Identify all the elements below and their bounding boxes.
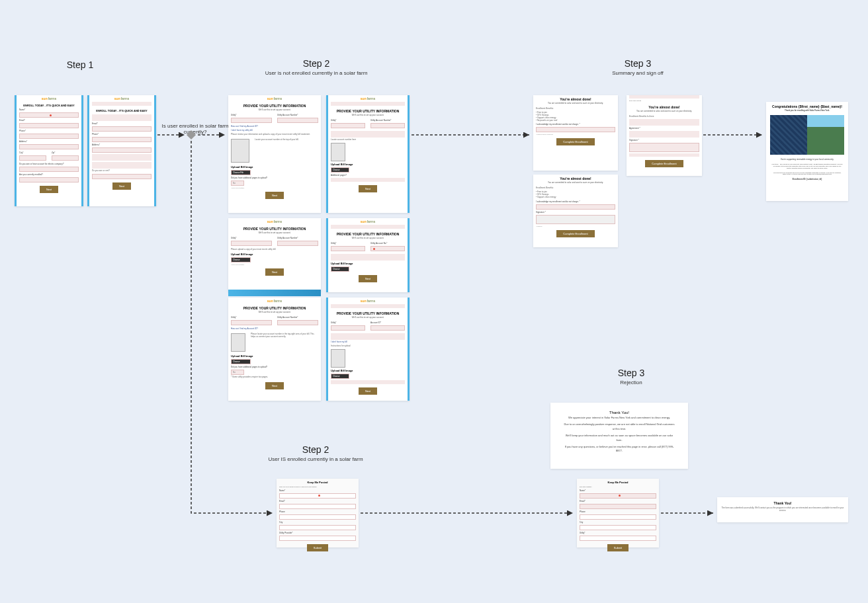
screen-utility-3: sunfarms PROVIDE YOUR UTILITY INFORMATIO… (228, 298, 321, 401)
next-button[interactable]: Next (265, 192, 284, 199)
screen-thanks-final: Thank You! The form was submitted succes… (717, 497, 848, 522)
next-button[interactable]: Next (265, 382, 284, 389)
next-button[interactable]: Next (359, 185, 377, 192)
screen-utility-1: sunfarms PROVIDE YOUR UTILITY INFORMATIO… (228, 95, 321, 213)
screen-utility-2: sunfarms PROVIDE YOUR UTILITY INFORMATIO… (228, 218, 321, 292)
screen-enroll-1: sunfarms ENROLL TODAY - IT'S QUICK AND E… (15, 95, 83, 206)
next-button[interactable]: Next (359, 275, 377, 282)
next-button[interactable]: Next (112, 182, 131, 190)
complete-button[interactable]: Complete Enrollment (645, 160, 683, 167)
next-button[interactable]: Next (265, 268, 284, 276)
screen-keep-posted-2: Keep Me Posted Error state validation Na… (577, 479, 659, 547)
screen-keep-posted-1: Keep Me Posted Looks like you're already… (277, 479, 359, 547)
screen-utility-2b: sunfarms PROVIDE YOUR UTILITY INFORMATIO… (326, 218, 410, 292)
decision-label: Is user enrolled in solar farm currently… (159, 123, 232, 135)
step2b-label: Step 2User IS enrolled currently in a so… (263, 444, 369, 462)
complete-button[interactable]: Complete Enrollment (556, 138, 594, 145)
submit-button[interactable]: Submit (307, 544, 328, 551)
screen-summary-1: You're almost done! You are committed to… (533, 95, 618, 171)
submit-button[interactable]: Submit (607, 544, 629, 551)
screen-rejection: Thank You! We appreciate your interest i… (550, 403, 688, 469)
screen-enroll-2: sunfarms ENROLL TODAY - IT'S QUICK AND E… (87, 95, 156, 206)
screen-utility-1b: sunfarms PROVIDE YOUR UTILITY INFORMATIO… (326, 95, 410, 213)
next-button[interactable]: Next (40, 186, 58, 193)
screen-summary-2: Error: fields required You're almost don… (627, 95, 702, 176)
step1-label: Step 1 (64, 60, 97, 70)
screen-summary-3: You're almost done! You are committed to… (533, 175, 618, 247)
next-button[interactable]: Next (359, 387, 377, 395)
complete-button[interactable]: Complete Enrollment (556, 230, 594, 237)
step3a-label: Step 3Summary and sign off (585, 58, 691, 76)
screen-congrats: Congratulations {$first_name} {$last_nam… (766, 102, 848, 201)
step3b-label: Step 3Rejection (598, 368, 664, 385)
hero-image (770, 115, 844, 155)
screen-utility-3b: sunfarms PROVIDE YOUR UTILITY INFORMATIO… (326, 298, 410, 401)
step2a-label: Step 2User is not enrolled currently in … (263, 58, 369, 76)
